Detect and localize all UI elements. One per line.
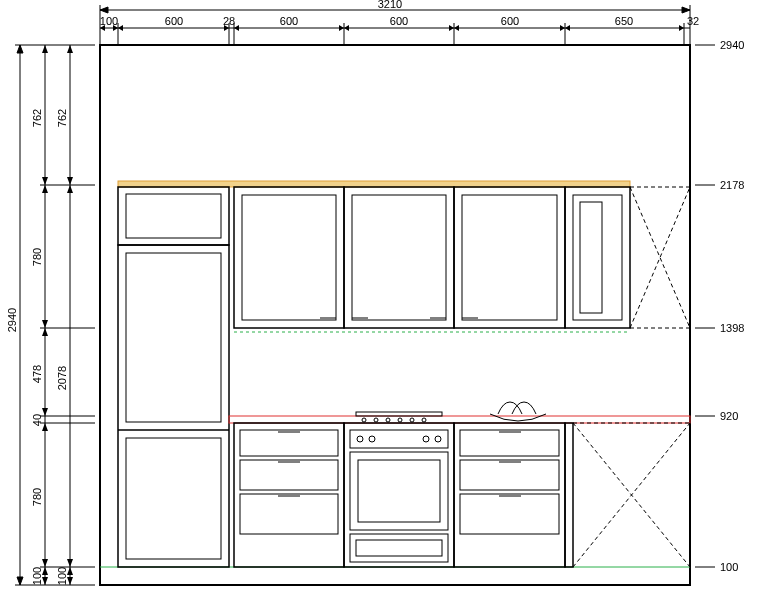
svg-marker-19 bbox=[344, 25, 349, 31]
svg-marker-37 bbox=[42, 177, 48, 185]
tall-unit bbox=[118, 245, 229, 567]
svg-rect-93 bbox=[240, 460, 338, 490]
dim-top-6: 600 bbox=[501, 15, 519, 27]
svg-rect-108 bbox=[460, 430, 559, 456]
svg-rect-68 bbox=[462, 195, 557, 320]
dim-top-3: 28 bbox=[223, 15, 235, 27]
svg-rect-112 bbox=[460, 494, 559, 534]
dim-right-4: 920 bbox=[720, 410, 738, 422]
svg-point-99 bbox=[357, 436, 363, 442]
dim-top-7: 650 bbox=[615, 15, 633, 27]
svg-rect-105 bbox=[350, 534, 448, 562]
svg-point-87 bbox=[398, 418, 402, 422]
dim-right-2: 2178 bbox=[720, 179, 744, 191]
dims-right: 2940 2178 1398 920 100 bbox=[695, 39, 744, 573]
svg-rect-95 bbox=[240, 494, 338, 534]
svg-rect-70 bbox=[565, 187, 630, 328]
bowl-icon bbox=[490, 402, 546, 421]
svg-rect-104 bbox=[358, 460, 440, 522]
dim-right-1: 2940 bbox=[720, 39, 744, 51]
svg-marker-15 bbox=[118, 25, 123, 31]
svg-marker-40 bbox=[42, 328, 48, 336]
svg-marker-38 bbox=[42, 185, 48, 193]
svg-rect-106 bbox=[356, 540, 442, 556]
svg-point-101 bbox=[423, 436, 429, 442]
svg-rect-91 bbox=[240, 430, 338, 456]
dim-top-5: 600 bbox=[390, 15, 408, 27]
svg-marker-22 bbox=[560, 25, 565, 31]
kitchen-elevation-drawing: 3210 bbox=[0, 0, 757, 600]
svg-rect-58 bbox=[118, 187, 229, 245]
svg-marker-47 bbox=[67, 45, 73, 53]
base-cabinets bbox=[234, 423, 573, 567]
dim-left-d: 40 bbox=[31, 414, 43, 426]
dims-top: 3210 bbox=[100, 0, 699, 45]
svg-rect-114 bbox=[565, 423, 573, 567]
dim-left-g: 762 bbox=[56, 109, 68, 127]
dim-left-a: 762 bbox=[31, 109, 43, 127]
dim-top-overall: 3210 bbox=[378, 0, 402, 10]
svg-point-102 bbox=[435, 436, 441, 442]
lower-projection bbox=[573, 423, 690, 567]
svg-point-100 bbox=[369, 436, 375, 442]
svg-point-89 bbox=[422, 418, 426, 422]
worktop bbox=[229, 402, 690, 423]
svg-marker-24 bbox=[679, 25, 684, 31]
hob-icon bbox=[356, 412, 442, 422]
svg-rect-97 bbox=[344, 423, 454, 567]
dim-left-c: 478 bbox=[31, 365, 43, 383]
svg-rect-83 bbox=[356, 412, 442, 416]
svg-rect-64 bbox=[352, 195, 446, 320]
svg-marker-36 bbox=[42, 45, 48, 53]
svg-point-85 bbox=[374, 418, 378, 422]
svg-rect-78 bbox=[118, 245, 229, 567]
svg-rect-110 bbox=[460, 460, 559, 490]
upper-projection bbox=[630, 187, 690, 328]
svg-marker-49 bbox=[67, 185, 73, 193]
svg-rect-61 bbox=[242, 195, 336, 320]
dim-left-h: 2078 bbox=[56, 366, 68, 390]
svg-rect-82 bbox=[229, 416, 690, 423]
dim-left-f: 100 bbox=[31, 567, 43, 585]
svg-point-84 bbox=[362, 418, 366, 422]
upper-cabinets bbox=[118, 187, 630, 332]
svg-rect-80 bbox=[126, 253, 221, 422]
dim-left-e: 780 bbox=[31, 488, 43, 506]
svg-rect-59 bbox=[126, 194, 221, 238]
svg-marker-18 bbox=[339, 25, 344, 31]
svg-marker-21 bbox=[454, 25, 459, 31]
svg-point-88 bbox=[410, 418, 414, 422]
svg-marker-20 bbox=[449, 25, 454, 31]
dim-top-8: 32 bbox=[687, 15, 699, 27]
svg-marker-2 bbox=[682, 7, 690, 13]
dim-left-b: 780 bbox=[31, 248, 43, 266]
svg-marker-23 bbox=[565, 25, 570, 31]
svg-marker-1 bbox=[100, 7, 108, 13]
dim-top-1: 100 bbox=[100, 15, 118, 27]
dim-left-i: 100 bbox=[56, 567, 68, 585]
svg-rect-67 bbox=[454, 187, 565, 328]
upper-cornice bbox=[118, 181, 630, 187]
room-outline bbox=[100, 45, 690, 585]
svg-marker-43 bbox=[42, 559, 48, 567]
svg-point-86 bbox=[386, 418, 390, 422]
dim-top-4: 600 bbox=[280, 15, 298, 27]
svg-rect-98 bbox=[350, 430, 448, 448]
svg-rect-72 bbox=[580, 202, 602, 313]
svg-marker-50 bbox=[67, 559, 73, 567]
dims-left: 2940 762 780 478 40 780 100 762 207 bbox=[6, 45, 95, 585]
dim-left-overall: 2940 bbox=[6, 308, 18, 332]
svg-marker-27 bbox=[17, 577, 23, 585]
svg-rect-107 bbox=[454, 423, 565, 567]
svg-rect-60 bbox=[234, 187, 344, 328]
svg-rect-90 bbox=[234, 423, 344, 567]
svg-rect-81 bbox=[126, 438, 221, 559]
dim-right-5: 100 bbox=[720, 561, 738, 573]
svg-marker-48 bbox=[67, 177, 73, 185]
dims-top-segments: 100 600 28 600 600 600 650 32 bbox=[100, 5, 699, 45]
dim-right-3: 1398 bbox=[720, 322, 744, 334]
svg-rect-63 bbox=[344, 187, 454, 328]
dim-top-2: 600 bbox=[165, 15, 183, 27]
svg-marker-39 bbox=[42, 320, 48, 328]
svg-marker-26 bbox=[17, 45, 23, 53]
